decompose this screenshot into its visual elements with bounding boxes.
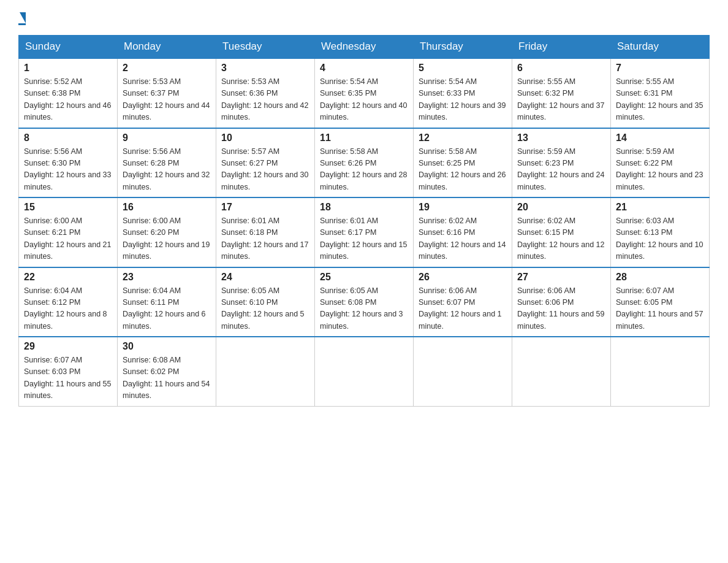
day-info: Sunrise: 6:01 AMSunset: 6:17 PMDaylight:… xyxy=(320,215,408,263)
day-info: Sunrise: 6:04 AMSunset: 6:11 PMDaylight:… xyxy=(123,285,211,333)
day-cell xyxy=(512,337,611,406)
header-saturday: Saturday xyxy=(611,36,710,59)
day-number: 24 xyxy=(221,272,309,283)
day-number: 10 xyxy=(221,132,309,144)
day-info: Sunrise: 5:54 AMSunset: 6:35 PMDaylight:… xyxy=(320,76,408,124)
day-number: 4 xyxy=(320,63,408,74)
day-info: Sunrise: 5:59 AMSunset: 6:23 PMDaylight:… xyxy=(517,146,605,194)
day-number: 21 xyxy=(616,202,704,213)
day-cell: 6Sunrise: 5:55 AMSunset: 6:32 PMDaylight… xyxy=(512,58,611,128)
header-thursday: Thursday xyxy=(414,36,512,59)
day-number: 22 xyxy=(24,272,112,283)
day-number: 15 xyxy=(24,202,112,213)
header-tuesday: Tuesday xyxy=(216,36,315,59)
calendar-table: SundayMondayTuesdayWednesdayThursdayFrid… xyxy=(18,35,710,407)
page-header xyxy=(18,12,710,25)
header-row: SundayMondayTuesdayWednesdayThursdayFrid… xyxy=(19,36,710,59)
day-info: Sunrise: 5:53 AMSunset: 6:37 PMDaylight:… xyxy=(123,76,211,124)
day-number: 17 xyxy=(221,202,309,213)
day-info: Sunrise: 6:02 AMSunset: 6:15 PMDaylight:… xyxy=(517,215,605,263)
day-number: 27 xyxy=(517,272,605,283)
day-cell: 18Sunrise: 6:01 AMSunset: 6:17 PMDayligh… xyxy=(315,197,414,267)
day-info: Sunrise: 5:56 AMSunset: 6:28 PMDaylight:… xyxy=(123,146,211,194)
day-number: 28 xyxy=(616,272,704,283)
day-cell: 30Sunrise: 6:08 AMSunset: 6:02 PMDayligh… xyxy=(118,337,216,406)
day-info: Sunrise: 6:07 AMSunset: 6:05 PMDaylight:… xyxy=(616,285,704,333)
logo-underline xyxy=(18,23,26,25)
day-cell: 8Sunrise: 5:56 AMSunset: 6:30 PMDaylight… xyxy=(19,128,118,198)
day-number: 8 xyxy=(24,132,112,144)
day-cell: 13Sunrise: 5:59 AMSunset: 6:23 PMDayligh… xyxy=(512,128,611,198)
header-friday: Friday xyxy=(512,36,611,59)
day-number: 7 xyxy=(616,63,704,74)
day-info: Sunrise: 5:54 AMSunset: 6:33 PMDaylight:… xyxy=(419,76,507,124)
day-info: Sunrise: 6:08 AMSunset: 6:02 PMDaylight:… xyxy=(123,354,211,402)
day-cell: 23Sunrise: 6:04 AMSunset: 6:11 PMDayligh… xyxy=(118,267,216,337)
day-number: 18 xyxy=(320,202,408,213)
day-number: 12 xyxy=(419,132,507,144)
day-cell: 3Sunrise: 5:53 AMSunset: 6:36 PMDaylight… xyxy=(216,58,315,128)
day-cell xyxy=(611,337,710,406)
day-info: Sunrise: 6:05 AMSunset: 6:10 PMDaylight:… xyxy=(221,285,309,333)
day-info: Sunrise: 6:04 AMSunset: 6:12 PMDaylight:… xyxy=(24,285,112,333)
week-row-4: 22Sunrise: 6:04 AMSunset: 6:12 PMDayligh… xyxy=(19,267,710,337)
day-info: Sunrise: 6:05 AMSunset: 6:08 PMDaylight:… xyxy=(320,285,408,333)
day-cell: 24Sunrise: 6:05 AMSunset: 6:10 PMDayligh… xyxy=(216,267,315,337)
day-cell: 4Sunrise: 5:54 AMSunset: 6:35 PMDaylight… xyxy=(315,58,414,128)
day-number: 5 xyxy=(419,63,507,74)
day-cell: 9Sunrise: 5:56 AMSunset: 6:28 PMDaylight… xyxy=(118,128,216,198)
day-cell: 19Sunrise: 6:02 AMSunset: 6:16 PMDayligh… xyxy=(414,197,512,267)
day-info: Sunrise: 6:02 AMSunset: 6:16 PMDaylight:… xyxy=(419,215,507,263)
day-info: Sunrise: 5:58 AMSunset: 6:25 PMDaylight:… xyxy=(419,146,507,194)
day-number: 1 xyxy=(24,63,112,74)
day-cell: 28Sunrise: 6:07 AMSunset: 6:05 PMDayligh… xyxy=(611,267,710,337)
header-monday: Monday xyxy=(118,36,216,59)
day-info: Sunrise: 6:00 AMSunset: 6:21 PMDaylight:… xyxy=(24,215,112,263)
day-cell xyxy=(216,337,315,406)
day-info: Sunrise: 6:00 AMSunset: 6:20 PMDaylight:… xyxy=(123,215,211,263)
day-info: Sunrise: 6:06 AMSunset: 6:07 PMDaylight:… xyxy=(419,285,507,333)
day-info: Sunrise: 5:53 AMSunset: 6:36 PMDaylight:… xyxy=(221,76,309,124)
day-cell: 2Sunrise: 5:53 AMSunset: 6:37 PMDaylight… xyxy=(118,58,216,128)
day-cell: 26Sunrise: 6:06 AMSunset: 6:07 PMDayligh… xyxy=(414,267,512,337)
day-cell: 7Sunrise: 5:55 AMSunset: 6:31 PMDaylight… xyxy=(611,58,710,128)
header-wednesday: Wednesday xyxy=(315,36,414,59)
day-number: 26 xyxy=(419,272,507,283)
day-info: Sunrise: 5:59 AMSunset: 6:22 PMDaylight:… xyxy=(616,146,704,194)
day-number: 2 xyxy=(123,63,211,74)
day-cell: 1Sunrise: 5:52 AMSunset: 6:38 PMDaylight… xyxy=(19,58,118,128)
day-number: 11 xyxy=(320,132,408,144)
day-cell: 5Sunrise: 5:54 AMSunset: 6:33 PMDaylight… xyxy=(414,58,512,128)
day-cell: 14Sunrise: 5:59 AMSunset: 6:22 PMDayligh… xyxy=(611,128,710,198)
header-sunday: Sunday xyxy=(19,36,118,59)
day-cell: 17Sunrise: 6:01 AMSunset: 6:18 PMDayligh… xyxy=(216,197,315,267)
day-cell: 11Sunrise: 5:58 AMSunset: 6:26 PMDayligh… xyxy=(315,128,414,198)
day-info: Sunrise: 5:55 AMSunset: 6:31 PMDaylight:… xyxy=(616,76,704,124)
day-cell: 16Sunrise: 6:00 AMSunset: 6:20 PMDayligh… xyxy=(118,197,216,267)
day-cell: 12Sunrise: 5:58 AMSunset: 6:25 PMDayligh… xyxy=(414,128,512,198)
week-row-5: 29Sunrise: 6:07 AMSunset: 6:03 PMDayligh… xyxy=(19,337,710,406)
day-cell: 20Sunrise: 6:02 AMSunset: 6:15 PMDayligh… xyxy=(512,197,611,267)
day-number: 3 xyxy=(221,63,309,74)
day-number: 9 xyxy=(123,132,211,144)
day-cell: 29Sunrise: 6:07 AMSunset: 6:03 PMDayligh… xyxy=(19,337,118,406)
day-info: Sunrise: 6:07 AMSunset: 6:03 PMDaylight:… xyxy=(24,354,112,402)
logo xyxy=(18,12,26,25)
week-row-1: 1Sunrise: 5:52 AMSunset: 6:38 PMDaylight… xyxy=(19,58,710,128)
day-cell xyxy=(414,337,512,406)
day-number: 29 xyxy=(24,341,112,352)
day-number: 25 xyxy=(320,272,408,283)
day-cell: 21Sunrise: 6:03 AMSunset: 6:13 PMDayligh… xyxy=(611,197,710,267)
day-number: 6 xyxy=(517,63,605,74)
day-number: 14 xyxy=(616,132,704,144)
day-cell: 22Sunrise: 6:04 AMSunset: 6:12 PMDayligh… xyxy=(19,267,118,337)
day-info: Sunrise: 5:57 AMSunset: 6:27 PMDaylight:… xyxy=(221,146,309,194)
day-info: Sunrise: 5:52 AMSunset: 6:38 PMDaylight:… xyxy=(24,76,112,124)
day-number: 30 xyxy=(123,341,211,352)
week-row-2: 8Sunrise: 5:56 AMSunset: 6:30 PMDaylight… xyxy=(19,128,710,198)
day-info: Sunrise: 5:58 AMSunset: 6:26 PMDaylight:… xyxy=(320,146,408,194)
day-number: 20 xyxy=(517,202,605,213)
day-info: Sunrise: 6:03 AMSunset: 6:13 PMDaylight:… xyxy=(616,215,704,263)
logo-text xyxy=(18,12,26,25)
day-info: Sunrise: 5:56 AMSunset: 6:30 PMDaylight:… xyxy=(24,146,112,194)
